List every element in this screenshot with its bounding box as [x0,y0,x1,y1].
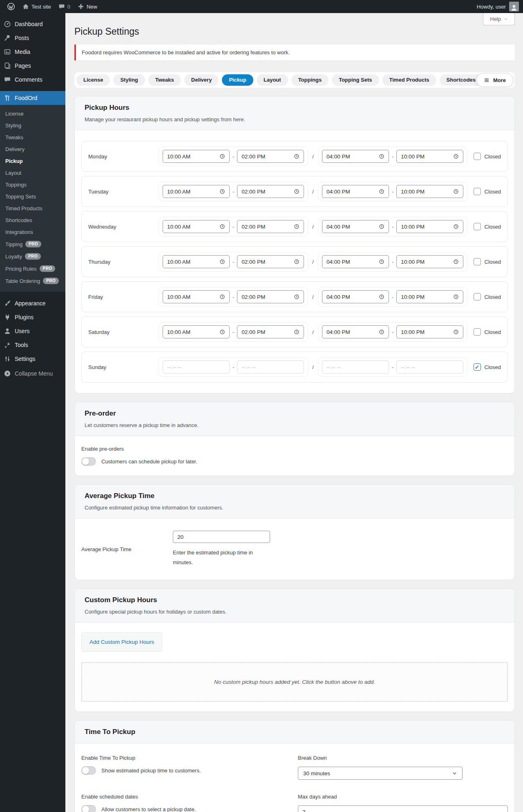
time-slot-group: --:-- -----:-- -- [318,357,467,377]
time-input[interactable]: 10:00 AM [163,150,230,163]
breakdown-select[interactable]: 30 minutes [298,767,463,780]
section-description: Manage your restaurant pickup hours and … [85,116,505,122]
submenu-item-topping-sets[interactable]: Topping Sets [0,191,65,202]
more-tabs-button[interactable]: More [476,73,513,87]
submenu-item-integrations[interactable]: Integrations [0,226,65,238]
sidebar-item-tools[interactable]: Tools [0,338,65,352]
closed-checkbox[interactable] [474,293,481,300]
submenu-item-shortcodes[interactable]: Shortcodes [0,214,65,226]
submenu-item-delivery[interactable]: Delivery [0,143,65,155]
time-value: 04:00 PM [326,224,350,230]
time-input[interactable]: 10:00 PM [396,150,463,163]
clock-icon [453,189,459,194]
sidebar-item-users[interactable]: Users [0,324,65,338]
pickup-row-sunday: Sunday--:-- -----:-- --/--:-- -----:-- -… [81,351,508,383]
time-input[interactable]: 04:00 PM [322,185,389,198]
time-input[interactable]: 02:00 PM [237,290,304,303]
submenu-item-license[interactable]: License [0,108,65,120]
howdy-user-link[interactable]: Howdy, user [477,4,506,10]
avatar[interactable] [509,2,519,11]
closed-checkbox[interactable] [474,223,481,230]
time-input[interactable]: 10:00 AM [163,325,230,338]
tab-pickup[interactable]: Pickup [222,74,253,86]
time-input[interactable]: 02:00 PM [237,150,304,163]
collapse-menu-button[interactable]: Collapse Menu [0,367,65,380]
tab-delivery[interactable]: Delivery [184,74,219,86]
submenu-item-tweaks[interactable]: Tweaks [0,131,65,143]
plugins-icon [4,314,11,321]
time-input[interactable]: 10:00 PM [396,255,463,268]
sidebar-item-appearance[interactable]: Appearance [0,296,65,310]
sidebar-item-media[interactable]: Media [0,45,65,59]
time-input[interactable]: 10:00 AM [163,220,230,233]
tab-styling[interactable]: Styling [113,74,145,86]
help-dropdown-button[interactable]: Help [483,13,515,25]
time-input[interactable]: 04:00 PM [322,150,389,163]
closed-checkbox[interactable] [474,328,481,336]
wordpress-logo-menu[interactable] [3,0,19,13]
time-input[interactable]: 04:00 PM [322,325,389,338]
closed-checkbox[interactable] [474,188,481,195]
time-input[interactable]: 02:00 PM [237,255,304,268]
submenu-item-loyalty[interactable]: LoyaltyPRO [0,250,65,263]
time-input[interactable]: 10:00 PM [396,290,463,303]
tab-timed-products[interactable]: Timed Products [382,74,436,86]
time-input[interactable]: 02:00 PM [237,325,304,338]
time-input[interactable]: 04:00 PM [322,220,389,233]
time-input[interactable]: 02:00 PM [237,220,304,233]
pro-badge: PRO [40,265,56,272]
tab-topping-sets[interactable]: Topping Sets [332,74,379,86]
submenu-item-table-ordering[interactable]: Table OrderingPRO [0,275,65,287]
day-label: Tuesday [88,189,159,195]
closed-checkbox[interactable] [474,153,481,160]
time-input[interactable]: 10:00 AM [163,185,230,198]
sidebar-item-settings[interactable]: Settings [0,352,65,366]
submenu-item-tipping[interactable]: TippingPRO [0,238,65,250]
sidebar-item-dashboard[interactable]: Dashboard [0,17,65,31]
enable-preorders-toggle[interactable] [81,457,96,466]
time-value: 10:00 AM [167,329,190,335]
time-input[interactable]: 02:00 PM [237,185,304,198]
time-input[interactable]: 04:00 PM [322,290,389,303]
tab-toppings[interactable]: Toppings [291,74,329,86]
new-content-link[interactable]: New [74,0,101,13]
submenu-item-layout[interactable]: Layout [0,167,65,179]
submenu-item-styling[interactable]: Styling [0,120,65,131]
submenu-item-pricing-rules[interactable]: Pricing RulesPRO [0,263,65,275]
slot-separator: / [312,329,314,335]
sidebar-item-posts[interactable]: Posts [0,31,65,45]
max-days-label: Max days ahead [298,794,508,800]
enable-scheduled-toggle[interactable] [81,805,96,812]
submenu-item-label: Toppings [5,182,27,188]
tab-layout[interactable]: Layout [257,74,288,86]
sidebar-item-plugins[interactable]: Plugins [0,310,65,324]
time-input[interactable]: 10:00 PM [396,185,463,198]
closed-checkbox[interactable] [474,258,481,265]
tab-license[interactable]: License [76,74,110,86]
comments-counter-link[interactable]: 0 [55,0,74,13]
sidebar-item-comments[interactable]: Comments [0,73,65,87]
sidebar-item-pages[interactable]: Pages [0,59,65,73]
submenu-item-pickup[interactable]: Pickup [0,155,65,167]
tools-icon [4,341,11,349]
max-days-input[interactable] [298,805,508,812]
sidebar-item-label: Plugins [15,314,34,320]
tab-tweaks[interactable]: Tweaks [148,74,181,86]
time-input: --:-- -- [237,360,304,374]
time-input[interactable]: 04:00 PM [322,255,389,268]
time-input[interactable]: 10:00 PM [396,220,463,233]
time-input[interactable]: 10:00 PM [396,325,463,338]
sidebar-item-foodord[interactable]: FoodOrd [0,91,65,105]
average-pickup-time-input[interactable] [173,531,270,543]
add-custom-hours-button[interactable]: Add Custom Pickup Hours [81,632,162,652]
time-input[interactable]: 10:00 AM [163,255,230,268]
time-value: 10:00 PM [401,294,425,300]
time-value: 02:00 PM [241,294,265,300]
section-title: Average Pickup Time [85,492,505,500]
submenu-item-toppings[interactable]: Toppings [0,179,65,191]
time-input[interactable]: 10:00 AM [163,290,230,303]
submenu-item-timed-products[interactable]: Timed Products [0,202,65,214]
closed-checkbox[interactable]: ✓ [474,363,481,371]
site-name-link[interactable]: Test site [19,0,55,13]
enable-ttp-toggle[interactable] [81,766,96,775]
